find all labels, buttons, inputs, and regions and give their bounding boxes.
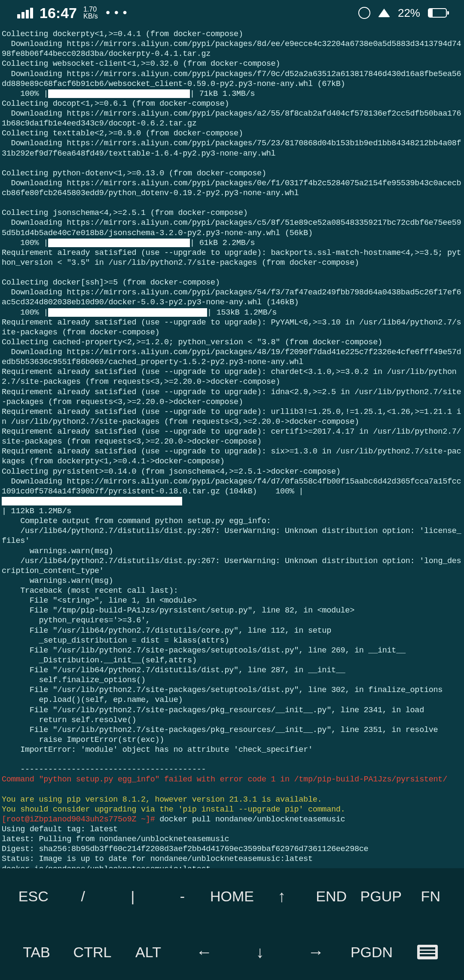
keyboard-icon: [417, 945, 438, 959]
terminal-output[interactable]: Collecting dockerpty<1,>=0.4.1 (from doc…: [0, 26, 464, 946]
network-speed: 1.70KB/s: [83, 6, 98, 20]
pgdn-key[interactable]: PGDN: [344, 944, 400, 961]
warning-line: You are using pip version 8.1.2, however…: [2, 795, 322, 804]
ctrl-key[interactable]: CTRL: [64, 944, 120, 961]
alt-key[interactable]: ALT: [120, 944, 176, 961]
wifi-icon: [378, 9, 390, 17]
progress-bar: [48, 239, 190, 247]
more-icon: •••: [104, 6, 130, 20]
pgup-key[interactable]: PGUP: [356, 888, 406, 905]
slash-key[interactable]: /: [58, 888, 108, 905]
signal-icon: [17, 8, 33, 18]
right-arrow-key[interactable]: →: [288, 943, 344, 962]
tab-key[interactable]: TAB: [9, 944, 64, 961]
progress-bar: [2, 497, 182, 505]
pipe-key[interactable]: |: [108, 888, 158, 905]
progress-bar: [48, 308, 207, 317]
dash-key[interactable]: -: [158, 888, 208, 905]
extended-keyboard: ESC / | - HOME ↑ END PGUP FN TAB CTRL AL…: [0, 868, 464, 980]
end-key[interactable]: END: [306, 888, 356, 905]
status-bar: 16:47 1.70KB/s ••• 22%: [0, 0, 464, 26]
home-key[interactable]: HOME: [207, 888, 257, 905]
progress-bar: [48, 89, 190, 98]
battery-icon: [428, 8, 447, 18]
down-arrow-key[interactable]: ↓: [232, 943, 288, 962]
warning-line: You should consider upgrading via the 'p…: [2, 805, 345, 814]
clock: 16:47: [40, 5, 77, 21]
keyboard-toggle[interactable]: [400, 945, 455, 959]
esc-key[interactable]: ESC: [9, 888, 58, 905]
battery-percent: 22%: [398, 6, 420, 20]
rotation-lock-icon: [358, 7, 370, 19]
fn-key[interactable]: FN: [406, 888, 456, 905]
up-arrow-key[interactable]: ↑: [257, 887, 307, 906]
error-line: Command "python setup.py egg_info" faile…: [2, 775, 447, 784]
left-arrow-key[interactable]: ←: [176, 943, 232, 962]
